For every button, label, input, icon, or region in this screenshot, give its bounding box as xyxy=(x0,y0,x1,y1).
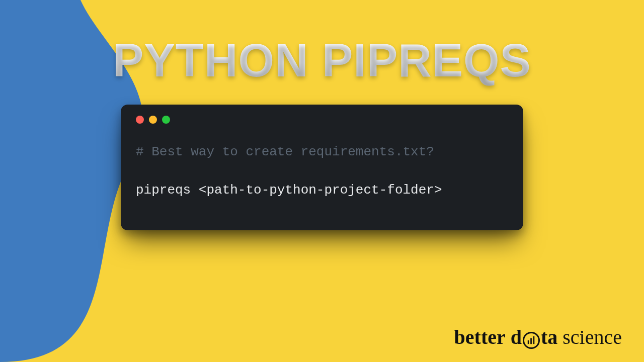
close-icon xyxy=(136,116,144,124)
terminal-comment: # Best way to create requirements.txt? xyxy=(136,143,508,161)
terminal-command: pipreqs <path-to-python-project-folder> xyxy=(136,181,508,199)
thumbnail-canvas: PYTHON PIPREQS # Best way to create requ… xyxy=(0,0,644,362)
chart-icon xyxy=(523,332,540,349)
main-title: PYTHON PIPREQS xyxy=(0,34,644,87)
brand-word-science: science xyxy=(562,325,622,349)
minimize-icon xyxy=(149,116,157,124)
brand-logo: better d ta science xyxy=(454,325,622,349)
maximize-icon xyxy=(162,116,170,124)
window-controls xyxy=(136,116,508,124)
brand-letter-d: d xyxy=(511,325,522,349)
brand-word-better: better xyxy=(454,325,506,349)
svg-rect-2 xyxy=(533,336,535,344)
svg-rect-1 xyxy=(530,338,532,344)
terminal-window: # Best way to create requirements.txt? p… xyxy=(121,105,523,230)
brand-letters-ta: ta xyxy=(541,325,557,349)
svg-rect-0 xyxy=(528,340,529,344)
